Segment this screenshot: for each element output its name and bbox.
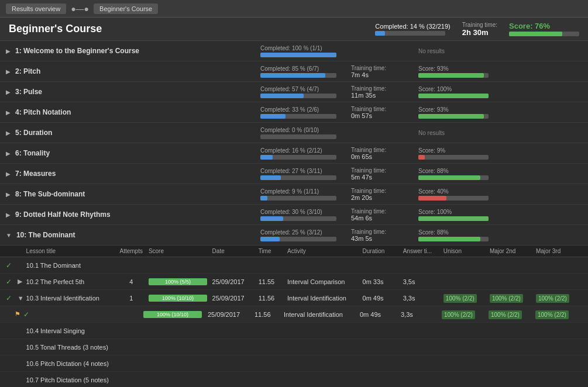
score-label: Score: 76% — [509, 22, 550, 30]
section-row-5[interactable]: ▶ 5: Duration Completed: 0 % (0/10) No r… — [0, 123, 588, 143]
score-10: Score: 88% — [418, 229, 489, 241]
top-bar: Results overview ●—● Beginner's Course — [0, 0, 588, 18]
course-breadcrumb: Beginner's Course — [94, 4, 158, 14]
play-icon-10-2[interactable]: ▶ — [18, 278, 22, 285]
completed-bar — [375, 31, 385, 36]
section-title-4: 4: Pitch Notation — [15, 108, 260, 116]
lesson-row-10-1[interactable]: ✓ 10.1 The Dominant — [0, 257, 588, 274]
training-2: Training time: 7m 4s — [351, 65, 410, 78]
section-title-3: 3: Pulse — [15, 88, 260, 96]
toggle-icon-4[interactable]: ▶ — [6, 109, 11, 116]
training-6: Training time: 0m 65s — [351, 147, 410, 160]
toggle-icon-10[interactable]: ▼ — [6, 232, 12, 239]
completed-text-1: Completed: 100 % (1/1) — [260, 45, 342, 51]
section-row-1[interactable]: ▶ 1: Welcome to the Beginner's Course Co… — [0, 41, 588, 61]
col-header-major3: Major 3rd — [536, 248, 582, 254]
section-row-10[interactable]: ▼ 10: The Dominant Completed: 25 % (3/12… — [0, 225, 588, 246]
section-title-6: 6: Tonality — [15, 149, 260, 157]
lesson-row-10-4[interactable]: 10.4 Interval Singing — [0, 323, 588, 339]
section-title-9: 9: Dotted Half Note Rhythms — [15, 210, 260, 219]
score-bar — [509, 32, 562, 36]
section-row-9[interactable]: ▶ 9: Dotted Half Note Rhythms Completed:… — [0, 205, 588, 225]
header-stats: Completed: 14 % (32/219) Training time: … — [375, 22, 579, 37]
toggle-icon-1[interactable]: ▶ — [6, 48, 11, 54]
col-header-date: Date — [212, 248, 259, 254]
training-value: 2h 30m — [462, 28, 489, 37]
section-stats-2: Completed: 85 % (6/7) Training time: 7m … — [260, 65, 582, 78]
toggle-icon-3[interactable]: ▶ — [6, 89, 11, 95]
score-8: Score: 40% — [418, 188, 489, 201]
col-header-score: Score — [149, 248, 212, 254]
score-9: Score: 100% — [418, 209, 489, 221]
col-header-activity: Activity — [287, 248, 362, 254]
score-6: Score: 9% — [418, 147, 489, 160]
section-row-6[interactable]: ▶ 6: Tonality Completed: 16 % (2/12) Tra… — [0, 143, 588, 164]
results-overview-button[interactable]: Results overview — [6, 4, 66, 14]
section-row-4[interactable]: ▶ 4: Pitch Notation Completed: 33 % (2/6… — [0, 102, 588, 123]
score-5: No results — [418, 129, 489, 137]
completed-stat: Completed: 14 % (32/219) — [375, 23, 450, 36]
section-row-3[interactable]: ▶ 3: Pulse Completed: 57 % (4/7) Trainin… — [0, 82, 588, 102]
section-title-8: 8: The Sub-dominant — [15, 190, 260, 198]
training-label: Training time: — [462, 22, 497, 28]
col-header-answer: Answer ti... — [403, 248, 443, 254]
section-title-5: 5: Duration — [15, 129, 260, 137]
toggle-icon-5[interactable]: ▶ — [6, 130, 11, 136]
lesson-row-10-6[interactable]: 10.6 Pitch Dictation (4 notes) — [0, 355, 588, 372]
col-header-unison: Unison — [443, 248, 490, 254]
section-title-10: 10: The Dominant — [16, 231, 260, 239]
lesson-row-10-3-sub[interactable]: ⚑ ✓ 100% (10/10) 25/09/2017 11.56 Interv… — [0, 306, 588, 323]
training-9: Training time: 54m 6s — [351, 208, 410, 222]
section-stats-6: Completed: 16 % (2/12) Training time: 0m… — [260, 147, 582, 160]
col-header-duration: Duration — [363, 248, 403, 254]
section-row-2[interactable]: ▶ 2: Pitch Completed: 85 % (6/7) Trainin… — [0, 61, 588, 82]
flag-icon: ⚑ — [15, 310, 20, 317]
page-title: Beginner's Course — [9, 23, 375, 35]
course-list: ▶ 1: Welcome to the Beginner's Course Co… — [0, 41, 588, 387]
toggle-icon-2[interactable]: ▶ — [6, 68, 11, 75]
col-header-time: Time — [259, 248, 287, 254]
header: Beginner's Course Completed: 14 % (32/21… — [0, 18, 588, 41]
section-title-1: 1: Welcome to the Beginner's Course — [15, 47, 260, 55]
col-header-major2: Major 2nd — [490, 248, 536, 254]
score-2: Score: 93% — [418, 65, 489, 78]
score-stat: Score: 76% — [509, 22, 579, 36]
lesson-row-10-5[interactable]: 10.5 Tonal Threads (3 notes) — [0, 339, 588, 355]
play-icon-10-3[interactable]: ▼ — [18, 295, 24, 302]
section-row-8[interactable]: ▶ 8: The Sub-dominant Completed: 9 % (1/… — [0, 184, 588, 205]
completed-label: Completed: 14 % (32/219) — [375, 23, 450, 30]
nav-arrow: ●—● — [71, 4, 89, 13]
score-block-1: No results — [418, 47, 489, 55]
completed-bar-container — [375, 31, 445, 36]
section-title-2: 2: Pitch — [15, 67, 260, 75]
section-title-7: 7: Measures — [15, 170, 260, 178]
toggle-icon-7[interactable]: ▶ — [6, 171, 11, 177]
expanded-section-10: Lesson title Attempts Score Date Time Ac… — [0, 246, 588, 387]
section-stats-1: Completed: 100 % (1/1) No results — [260, 45, 582, 57]
section-row-7[interactable]: ▶ 7: Measures Completed: 27 % (3/11) Tra… — [0, 164, 588, 184]
toggle-icon-6[interactable]: ▶ — [6, 150, 11, 157]
training-stat: Training time: 2h 30m — [462, 22, 497, 37]
section-stats-3: Completed: 57 % (4/7) Training time: 11m… — [260, 85, 582, 99]
training-4: Training time: 0m 57s — [351, 106, 410, 119]
lesson-row-10-3[interactable]: ✓ ▼ 10.3 Interval Identification 1 100% … — [0, 290, 588, 306]
lesson-row-10-7[interactable]: 10.7 Pitch Dictation (5 notes) — [0, 372, 588, 387]
section-stats-8: Completed: 9 % (1/11) Training time: 2m … — [260, 188, 582, 201]
training-8: Training time: 2m 20s — [351, 188, 410, 201]
lesson-row-10-2[interactable]: ✓ ▶ 10.2 The Perfect 5th 4 100% (5/5) 25… — [0, 274, 588, 290]
score-4: Score: 93% — [418, 106, 489, 119]
table-header: Lesson title Attempts Score Date Time Ac… — [0, 246, 588, 257]
toggle-icon-8[interactable]: ▶ — [6, 191, 11, 198]
score-7: Score: 88% — [418, 168, 489, 180]
section-stats-10: Completed: 25 % (3/12) Training time: 43… — [260, 229, 582, 242]
section-stats-5: Completed: 0 % (0/10) No results — [260, 127, 582, 139]
training-7: Training time: 5m 47s — [351, 167, 410, 181]
training-10: Training time: 43m 5s — [351, 229, 410, 242]
section-stats-4: Completed: 33 % (2/6) Training time: 0m … — [260, 106, 582, 119]
toggle-icon-9[interactable]: ▶ — [6, 212, 11, 218]
main-content: ▶ 1: Welcome to the Beginner's Course Co… — [0, 41, 588, 387]
training-3: Training time: 11m 35s — [351, 85, 410, 99]
col-header-title: Lesson title — [26, 248, 114, 254]
section-stats-7: Completed: 27 % (3/11) Training time: 5m… — [260, 167, 582, 181]
section-stats-9: Completed: 30 % (3/10) Training time: 54… — [260, 208, 582, 222]
